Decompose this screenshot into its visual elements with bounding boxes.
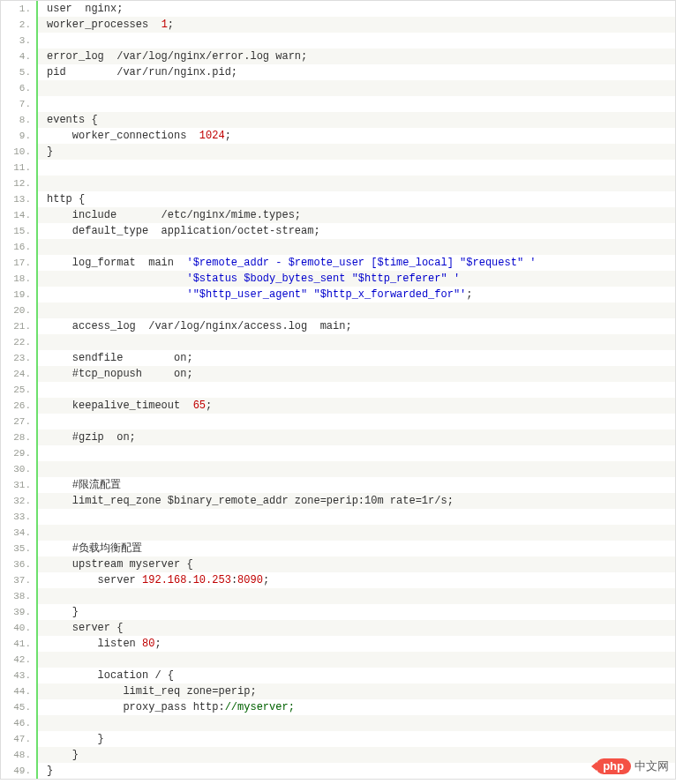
line-content: server 192.168.10.253:8090; <box>38 572 675 588</box>
code-line: 19. '"$http_user_agent" "$http_x_forward… <box>1 287 675 302</box>
line-content: worker_connections 1024; <box>38 128 675 144</box>
line-number: 3. <box>1 33 38 49</box>
line-content <box>38 80 675 96</box>
line-content: #tcp_nopush on; <box>38 366 675 382</box>
code-line: 4.error_log /var/log/nginx/error.log war… <box>1 49 675 64</box>
code-line: 44. limit_req zone=perip; <box>1 683 675 699</box>
line-number: 37. <box>1 572 38 588</box>
code-line: 13.http { <box>1 191 675 207</box>
line-content: user nginx; <box>38 1 675 17</box>
code-line: 22. <box>1 334 675 350</box>
line-number: 34. <box>1 525 38 541</box>
code-line: 42. <box>1 652 675 668</box>
code-line: 41. listen 80; <box>1 636 675 652</box>
code-line: 39. } <box>1 604 675 620</box>
line-number: 7. <box>1 96 38 112</box>
line-number: 8. <box>1 112 38 128</box>
line-content: default_type application/octet-stream; <box>38 223 675 239</box>
line-content <box>38 715 675 731</box>
code-line: 31. #限流配置 <box>1 477 675 493</box>
watermark-pill: php <box>596 758 631 774</box>
code-line: 15. default_type application/octet-strea… <box>1 223 675 239</box>
line-number: 48. <box>1 747 38 763</box>
code-line: 36. upstream myserver { <box>1 556 675 572</box>
line-number: 20. <box>1 302 38 318</box>
code-line: 45. proxy_pass http://myserver; <box>1 699 675 715</box>
code-line: 25. <box>1 382 675 398</box>
line-content <box>38 652 675 668</box>
code-line: 33. <box>1 509 675 525</box>
line-number: 22. <box>1 334 38 350</box>
code-line: 48. } <box>1 747 675 763</box>
line-content: } <box>38 747 675 763</box>
line-number: 10. <box>1 144 38 160</box>
line-content: worker_processes 1; <box>38 17 675 33</box>
line-number: 42. <box>1 652 38 668</box>
line-number: 14. <box>1 207 38 223</box>
line-content <box>38 382 675 398</box>
line-content <box>38 588 675 604</box>
line-number: 46. <box>1 715 38 731</box>
code-line: 24. #tcp_nopush on; <box>1 366 675 382</box>
line-number: 6. <box>1 80 38 96</box>
code-line: 11. <box>1 160 675 175</box>
line-content <box>38 239 675 255</box>
code-line: 9. worker_connections 1024; <box>1 128 675 144</box>
line-content: #限流配置 <box>38 477 675 493</box>
code-line: 40. server { <box>1 620 675 636</box>
code-line: 32. limit_req_zone $binary_remote_addr z… <box>1 493 675 509</box>
code-line: 2.worker_processes 1; <box>1 17 675 33</box>
code-line: 17. log_format main '$remote_addr - $rem… <box>1 255 675 271</box>
line-number: 31. <box>1 477 38 493</box>
code-line: 1.user nginx; <box>1 1 675 17</box>
code-line: 35. #负载均衡配置 <box>1 541 675 556</box>
line-number: 2. <box>1 17 38 33</box>
line-content <box>38 525 675 541</box>
line-number: 23. <box>1 350 38 366</box>
line-number: 45. <box>1 699 38 715</box>
line-content <box>38 461 675 477</box>
watermark-text: 中文网 <box>635 758 669 774</box>
code-line: 46. <box>1 715 675 731</box>
line-content: http { <box>38 191 675 207</box>
code-line: 21. access_log /var/log/nginx/access.log… <box>1 318 675 334</box>
line-number: 25. <box>1 382 38 398</box>
line-number: 24. <box>1 366 38 382</box>
line-content: #负载均衡配置 <box>38 541 675 556</box>
code-line: 18. '$status $body_bytes_sent "$http_ref… <box>1 271 675 287</box>
line-number: 36. <box>1 556 38 572</box>
code-line: 5.pid /var/run/nginx.pid; <box>1 64 675 80</box>
line-content <box>38 302 675 318</box>
code-line: 7. <box>1 96 675 112</box>
code-line: 26. keepalive_timeout 65; <box>1 398 675 414</box>
line-content: error_log /var/log/nginx/error.log warn; <box>38 49 675 64</box>
line-number: 32. <box>1 493 38 509</box>
line-content: keepalive_timeout 65; <box>38 398 675 414</box>
line-number: 47. <box>1 731 38 747</box>
code-line: 38. <box>1 588 675 604</box>
code-line: 27. <box>1 414 675 429</box>
code-line: 43. location / { <box>1 668 675 683</box>
line-content: include /etc/nginx/mime.types; <box>38 207 675 223</box>
line-number: 49. <box>1 763 38 779</box>
line-number: 11. <box>1 160 38 175</box>
line-content: listen 80; <box>38 636 675 652</box>
line-content: limit_req zone=perip; <box>38 683 675 699</box>
line-content: '"$http_user_agent" "$http_x_forwarded_f… <box>38 287 675 302</box>
code-line: 47. } <box>1 731 675 747</box>
line-number: 21. <box>1 318 38 334</box>
line-content: } <box>38 763 675 779</box>
code-line: 16. <box>1 239 675 255</box>
line-number: 28. <box>1 429 38 445</box>
line-number: 13. <box>1 191 38 207</box>
line-number: 4. <box>1 49 38 64</box>
line-number: 17. <box>1 255 38 271</box>
watermark: php 中文网 <box>596 758 669 774</box>
code-line: 20. <box>1 302 675 318</box>
code-line: 28. #gzip on; <box>1 429 675 445</box>
line-number: 43. <box>1 668 38 683</box>
line-number: 27. <box>1 414 38 429</box>
line-number: 44. <box>1 683 38 699</box>
line-content: pid /var/run/nginx.pid; <box>38 64 675 80</box>
code-line: 10.} <box>1 144 675 160</box>
